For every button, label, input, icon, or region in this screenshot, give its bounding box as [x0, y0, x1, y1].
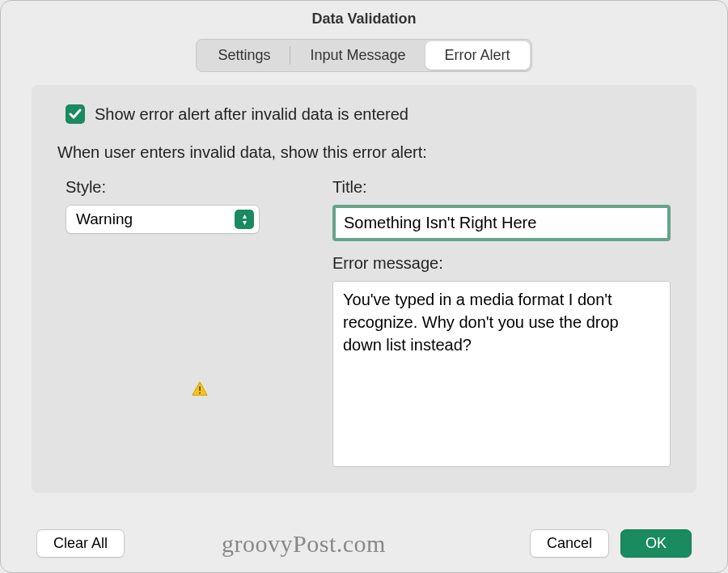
show-alert-label: Show error alert after invalid data is e… [95, 105, 408, 124]
title-label: Title: [332, 178, 671, 197]
title-message-column: Title: Error message: [332, 178, 671, 470]
style-column: Style: Warning [66, 178, 300, 234]
error-message-label: Error message: [332, 254, 671, 273]
check-icon [67, 106, 83, 122]
error-message-textarea[interactable] [332, 281, 671, 467]
style-label: Style: [66, 178, 300, 197]
show-alert-row: Show error alert after invalid data is e… [66, 104, 674, 124]
svg-rect-0 [199, 386, 201, 391]
segmented-control: Settings Input Message Error Alert [196, 39, 531, 72]
instruction-text: When user enters invalid data, show this… [57, 143, 674, 162]
tab-error-alert[interactable]: Error Alert [425, 41, 530, 70]
watermark-text: groovyPost.com [222, 530, 386, 558]
title-input-wrap [332, 205, 671, 241]
dialog-footer: Clear All groovyPost.com Cancel OK [1, 529, 727, 558]
title-input[interactable] [336, 208, 667, 238]
updown-icon [235, 210, 254, 229]
clear-all-button[interactable]: Clear All [36, 529, 125, 558]
style-value: Warning [76, 210, 133, 227]
dialog-title: Data Validation [1, 1, 727, 39]
form-row: Style: Warning Title: Error message: [54, 178, 674, 470]
style-select[interactable]: Warning [66, 205, 260, 234]
cancel-button[interactable]: Cancel [530, 529, 609, 558]
tab-settings[interactable]: Settings [198, 41, 290, 70]
error-alert-panel: Show error alert after invalid data is e… [32, 85, 696, 493]
tab-bar: Settings Input Message Error Alert [1, 39, 727, 72]
show-alert-checkbox[interactable] [66, 104, 85, 124]
svg-rect-1 [199, 393, 201, 394]
data-validation-dialog: Data Validation Settings Input Message E… [0, 0, 728, 573]
tab-input-message[interactable]: Input Message [290, 41, 425, 70]
warning-icon [191, 380, 209, 398]
ok-button[interactable]: OK [620, 529, 692, 558]
